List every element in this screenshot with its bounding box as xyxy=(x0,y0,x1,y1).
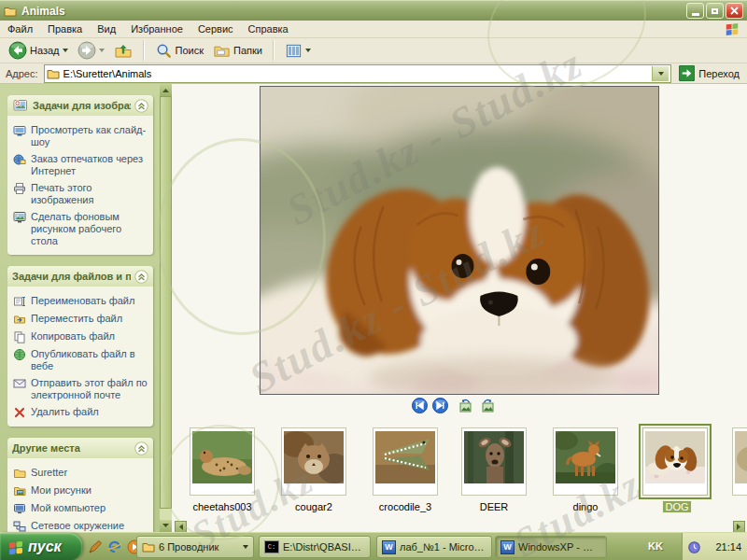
thumbnail-dingo[interactable] xyxy=(553,427,618,496)
thumbnail-label-selected: DOG xyxy=(633,501,721,512)
task-label: Переименовать файл xyxy=(31,295,134,307)
tray-clock-icon[interactable] xyxy=(688,541,700,553)
address-label: Адрес: xyxy=(6,68,38,79)
folders-button[interactable]: Папки xyxy=(210,42,265,60)
rotate-counterclockwise-button[interactable] xyxy=(458,399,473,413)
menu-file[interactable]: Файл xyxy=(7,23,33,35)
thumbnail-DEER[interactable] xyxy=(461,427,527,496)
folders-icon xyxy=(213,42,231,60)
back-button[interactable]: Назад xyxy=(6,41,71,60)
thumbnail-partial[interactable] xyxy=(732,427,747,496)
scrollbar-thumb[interactable] xyxy=(160,96,172,509)
close-button[interactable] xyxy=(726,3,743,19)
search-button[interactable]: Поиск xyxy=(152,42,206,60)
dog-photo xyxy=(261,87,658,394)
arrow-down-icon xyxy=(162,524,169,528)
menu-favorites[interactable]: Избранное xyxy=(131,23,183,35)
task-move-file[interactable]: Переместить файл xyxy=(13,310,150,328)
menu-tools[interactable]: Сервис xyxy=(198,23,233,35)
taskbar-button-explorer-group[interactable]: 6 Проводник xyxy=(136,536,254,558)
system-tray: 21:14 xyxy=(682,533,747,560)
dingo-thumb-image xyxy=(556,431,615,483)
place-parent-folder[interactable]: Suretter xyxy=(13,464,150,482)
cougar-thumb-image xyxy=(284,431,344,483)
sidebar-scrollbar[interactable] xyxy=(160,84,172,532)
taskbar-button-word-lab[interactable]: W лаб_№1 - Microsoft ... xyxy=(376,536,492,558)
collapse-chevron-icon[interactable] xyxy=(134,270,148,284)
scroll-up-button[interactable] xyxy=(160,84,172,96)
partial-thumb-image xyxy=(735,431,747,483)
previous-image-button[interactable] xyxy=(412,398,428,413)
panel-file-tasks: Задачи для файлов и папок Переименовать … xyxy=(7,266,153,427)
task-label: Копировать файл xyxy=(31,330,115,343)
minimize-button[interactable] xyxy=(686,3,704,19)
rename-icon xyxy=(13,295,26,308)
address-dropdown-button[interactable] xyxy=(652,66,669,81)
task-print-picture[interactable]: Печать этого изображения xyxy=(13,179,150,208)
dos-icon: C: xyxy=(264,540,279,553)
folder-icon xyxy=(142,540,155,553)
up-button[interactable] xyxy=(111,41,135,60)
word-icon: W xyxy=(500,540,514,554)
collapse-chevron-icon[interactable] xyxy=(134,99,148,113)
close-icon xyxy=(730,7,739,15)
quill-shortcut-icon[interactable] xyxy=(88,539,103,554)
task-delete-file[interactable]: Удалить файл xyxy=(13,403,150,421)
place-my-pictures[interactable]: Мои рисунки xyxy=(13,482,150,499)
panel-other-places-header[interactable]: Другие места xyxy=(7,438,153,458)
network-icon xyxy=(13,520,26,533)
thumbnail-DOG-selected[interactable] xyxy=(639,424,712,499)
rotate-clockwise-button[interactable] xyxy=(480,399,495,413)
task-set-wallpaper[interactable]: Сделать фоновым рисунком рабочего стола xyxy=(13,208,150,249)
thumbnail-DOG[interactable] xyxy=(642,427,708,496)
wallpaper-icon xyxy=(13,211,26,224)
views-button[interactable] xyxy=(282,42,314,60)
thumbnail-label: crocodile_3 xyxy=(361,501,449,512)
task-email-file[interactable]: Отправить этот файл по электронной почте xyxy=(13,374,150,403)
restore-button[interactable] xyxy=(706,3,724,19)
picture-tasks-icon xyxy=(12,97,29,114)
collapse-chevron-icon[interactable] xyxy=(134,441,148,455)
filmstrip-scroll-right-button[interactable] xyxy=(733,521,745,532)
task-copy-file[interactable]: Копировать файл xyxy=(13,328,150,345)
task-publish-file[interactable]: Опубликовать файл в вебе xyxy=(13,345,150,374)
panel-picture-tasks: Задачи для изображений Просмотреть как с… xyxy=(7,95,153,255)
panel-picture-tasks-header[interactable]: Задачи для изображений xyxy=(7,95,153,116)
back-icon xyxy=(8,41,27,60)
taskbar-button-label: WindowsXP - Microso... xyxy=(518,541,601,553)
task-view-slideshow[interactable]: Просмотреть как слайд-шоу xyxy=(13,121,150,150)
menu-edit[interactable]: Правка xyxy=(48,23,82,35)
arrow-up-icon xyxy=(162,88,169,92)
thumbnail-crocodile_3[interactable] xyxy=(373,427,438,496)
place-network[interactable]: Сетевое окружение xyxy=(13,517,150,532)
start-button[interactable]: пуск xyxy=(0,533,82,560)
task-order-prints[interactable]: Заказ отпечатков через Интернет xyxy=(13,150,150,179)
scroll-down-button[interactable] xyxy=(160,520,172,532)
task-rename-file[interactable]: Переименовать файл xyxy=(13,292,150,310)
forward-button[interactable] xyxy=(75,41,107,60)
menu-view[interactable]: Вид xyxy=(97,23,116,35)
folder-window-icon xyxy=(4,5,17,18)
thumbnail-cougar2[interactable] xyxy=(281,427,346,496)
go-button[interactable]: Переход xyxy=(679,65,740,81)
menu-bar: Файл Правка Вид Избранное Сервис Справка xyxy=(0,21,747,38)
window-titlebar[interactable]: Animals xyxy=(0,0,747,21)
filmstrip-scroll-left-button[interactable] xyxy=(175,521,187,532)
taskbar-button-word-winxp[interactable]: W WindowsXP - Microso... xyxy=(495,536,607,558)
thumbnail-label: cheetahs003 xyxy=(178,501,266,512)
thumbnail-cheetahs003[interactable] xyxy=(190,427,255,496)
search-label: Поиск xyxy=(176,45,204,56)
place-my-computer[interactable]: Мой компьютер xyxy=(13,499,150,517)
address-input[interactable]: E:\Suretter\Animals xyxy=(44,64,672,83)
panel-title: Другие места xyxy=(12,442,131,454)
address-value: E:\Suretter\Animals xyxy=(63,68,152,79)
taskbar-button-qbasic[interactable]: C: E:\Distr\QBASIC\QBA... xyxy=(259,536,371,558)
address-bar: Адрес: E:\Suretter\Animals Переход xyxy=(0,63,747,84)
printer-icon xyxy=(13,182,26,195)
image-preview xyxy=(260,86,659,395)
next-image-button[interactable] xyxy=(432,398,448,413)
internet-explorer-icon[interactable] xyxy=(107,539,122,554)
panel-file-tasks-header[interactable]: Задачи для файлов и папок xyxy=(7,266,153,287)
language-indicator[interactable]: KK xyxy=(648,540,663,552)
menu-help[interactable]: Справка xyxy=(248,23,289,35)
